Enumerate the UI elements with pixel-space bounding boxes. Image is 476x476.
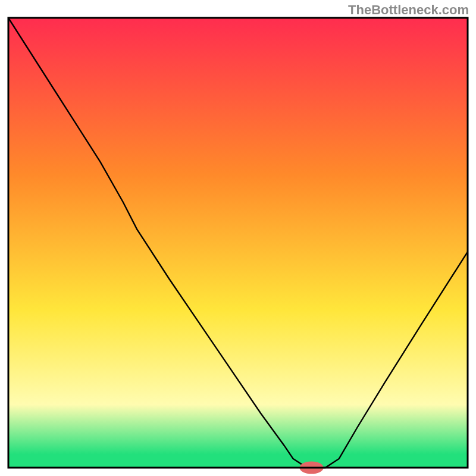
bottleneck-chart (0, 0, 476, 476)
chart-stage: TheBottleneck.com (0, 0, 476, 476)
gradient-background (8, 18, 468, 468)
